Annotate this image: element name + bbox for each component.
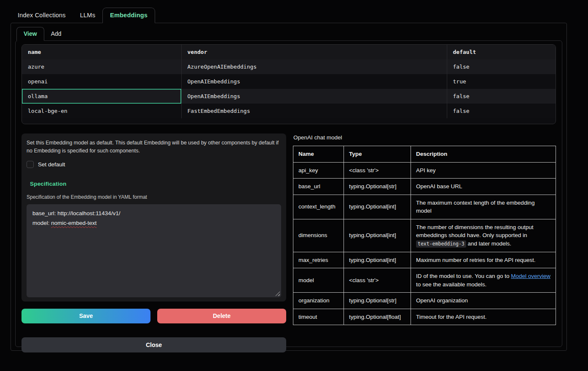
- doc-col-type: Type: [344, 146, 411, 163]
- yaml-line-1: base_url: http://localhost:11434/v1/: [32, 209, 275, 219]
- doc-param-name: max_retries: [293, 252, 344, 268]
- doc-param-desc: Maximum number of retries for the API re…: [411, 252, 556, 268]
- sub-tab-bar: View Add: [15, 26, 562, 40]
- doc-param-type: typing.Optional[int]: [344, 252, 411, 268]
- specification-heading: Specification: [30, 181, 281, 187]
- cell-default[interactable]: true: [447, 74, 556, 89]
- doc-param-type: typing.Optional[str]: [344, 293, 411, 309]
- table-header-row: name vendor default: [22, 45, 556, 59]
- cell-name[interactable]: azure: [22, 59, 181, 74]
- doc-col-name: Name: [293, 146, 344, 163]
- doc-param-name: api_key: [293, 162, 344, 179]
- model-doc-table: Name Type Description api_key <class 'st…: [293, 146, 556, 325]
- doc-row-base-url: base_url typing.Optional[str] OpenAI bas…: [293, 179, 556, 195]
- edit-column: Set this Embedding model as default. Thi…: [21, 133, 286, 352]
- cell-vendor[interactable]: AzureOpenAIEmbeddings: [181, 59, 447, 74]
- cell-vendor[interactable]: OpenAIEmbeddings: [181, 74, 447, 89]
- doc-column: OpenAI chat model Name Type Description …: [293, 133, 556, 352]
- doc-row-model: model <class 'str'> ID of the model to u…: [293, 268, 556, 293]
- yaml-spec-editor[interactable]: base_url: http://localhost:11434/v1/ mod…: [27, 204, 281, 297]
- doc-param-desc: ID of the model to use. You can go to Mo…: [411, 268, 556, 293]
- doc-header-row: Name Type Description: [293, 146, 556, 163]
- action-button-row: Save Delete: [21, 309, 286, 323]
- table-row-azure[interactable]: azure AzureOpenAIEmbeddings false: [22, 59, 556, 74]
- cell-vendor[interactable]: FastEmbedEmbeddings: [181, 104, 447, 118]
- doc-param-desc: API key: [411, 162, 556, 179]
- cell-default[interactable]: false: [447, 59, 556, 74]
- default-description: Set this Embedding model as default. Thi…: [27, 139, 279, 155]
- doc-param-type: typing.Optional[int]: [344, 195, 411, 219]
- cell-name-selected[interactable]: ollama: [22, 89, 181, 104]
- doc-param-name: organization: [293, 293, 344, 309]
- cell-vendor[interactable]: OpenAIEmbeddings: [181, 89, 447, 104]
- doc-param-type: typing.Optional[float]: [344, 309, 411, 325]
- delete-button[interactable]: Delete: [157, 309, 286, 323]
- doc-row-context-length: context_length typing.Optional[int] The …: [293, 195, 556, 219]
- doc-param-name: timeout: [293, 309, 344, 325]
- yaml-line-2: model: nomic-embed-text: [32, 219, 275, 228]
- col-header-name: name: [22, 45, 181, 59]
- doc-row-organization: organization typing.Optional[str] OpenAI…: [293, 293, 556, 309]
- close-button[interactable]: Close: [21, 337, 286, 352]
- doc-param-desc: Timeout for the API request.: [411, 309, 556, 325]
- doc-param-desc: OpenAI base URL: [411, 179, 556, 195]
- doc-param-name: model: [293, 268, 344, 293]
- doc-row-dimensions: dimensions typing.Optional[int] The numb…: [293, 219, 556, 252]
- embeddings-table: name vendor default azure AzureOpenAIEmb…: [22, 45, 556, 118]
- embeddings-tab-panel: View Add name vendor default azure Azure…: [11, 23, 567, 351]
- col-header-vendor: vendor: [181, 45, 447, 59]
- doc-row-api-key: api_key <class 'str'> API key: [293, 162, 556, 179]
- doc-param-type: typing.Optional[int]: [344, 219, 411, 252]
- code-chip: text-embedding-3: [416, 240, 466, 248]
- col-header-default: default: [447, 45, 556, 59]
- model-overview-link[interactable]: Model overview: [511, 273, 550, 279]
- doc-param-desc: The number of dimensions the resulting o…: [411, 219, 556, 252]
- cell-name[interactable]: openai: [22, 74, 181, 89]
- cell-default[interactable]: false: [447, 104, 556, 118]
- set-default-label[interactable]: Set default: [38, 161, 65, 168]
- tab-llms[interactable]: LLMs: [73, 8, 102, 23]
- doc-param-name: dimensions: [293, 219, 344, 252]
- view-tab-panel: name vendor default azure AzureOpenAIEmb…: [15, 40, 562, 347]
- doc-col-description: Description: [411, 146, 556, 163]
- doc-param-type: typing.Optional[str]: [344, 179, 411, 195]
- doc-param-desc: The maximum context length of the embedd…: [411, 195, 556, 219]
- save-button[interactable]: Save: [21, 309, 150, 323]
- tab-view[interactable]: View: [16, 27, 44, 41]
- doc-title: OpenAI chat model: [293, 134, 556, 141]
- tab-embeddings[interactable]: Embeddings: [102, 8, 155, 23]
- edit-card: Set this Embedding model as default. Thi…: [21, 133, 286, 302]
- misspelled-word: nomic-embed-text: [51, 220, 97, 226]
- doc-param-desc: OpenAI organization: [411, 293, 556, 309]
- main-tab-bar: Index Collections LLMs Embeddings: [0, 0, 588, 23]
- table-row-ollama-selected[interactable]: ollama OpenAIEmbeddings false: [22, 89, 556, 104]
- doc-param-name: base_url: [293, 179, 344, 195]
- specification-sublabel: Specification of the Embedding model in …: [27, 194, 281, 200]
- doc-param-type: <class 'str'>: [344, 162, 411, 179]
- doc-row-max-retries: max_retries typing.Optional[int] Maximum…: [293, 252, 556, 268]
- table-row-openai[interactable]: openai OpenAIEmbeddings true: [22, 74, 556, 89]
- cell-default[interactable]: false: [447, 89, 556, 104]
- tab-index-collections[interactable]: Index Collections: [11, 8, 73, 23]
- embeddings-table-container: name vendor default azure AzureOpenAIEmb…: [21, 44, 556, 124]
- tab-add[interactable]: Add: [44, 27, 68, 40]
- doc-row-timeout: timeout typing.Optional[float] Timeout f…: [293, 309, 556, 325]
- set-default-checkbox[interactable]: [27, 161, 34, 168]
- doc-param-type: <class 'str'>: [344, 268, 411, 293]
- table-row-local-bge-en[interactable]: local-bge-en FastEmbedEmbeddings false: [22, 104, 556, 118]
- set-default-row: Set default: [27, 161, 281, 168]
- cell-name[interactable]: local-bge-en: [22, 104, 181, 118]
- doc-param-name: context_length: [293, 195, 344, 219]
